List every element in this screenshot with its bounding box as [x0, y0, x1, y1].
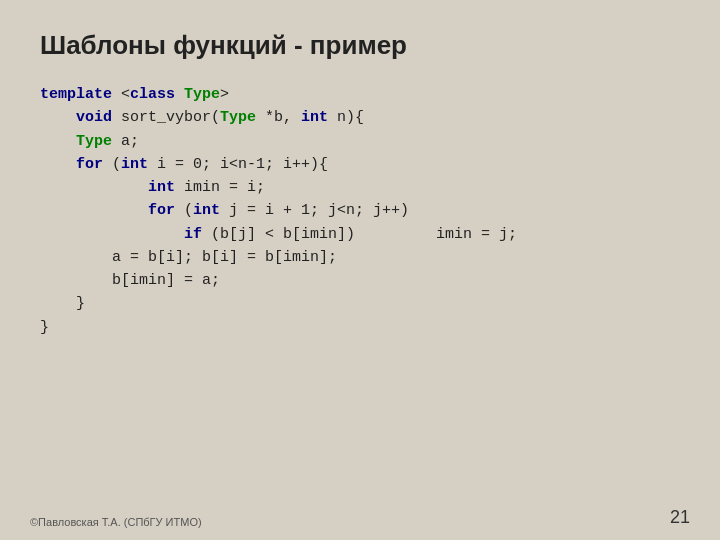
code-line-10: }: [40, 292, 680, 315]
code-line-9: b[imin] = a;: [40, 269, 680, 292]
page-title: Шаблоны функций - пример: [40, 30, 680, 61]
code-line-8: a = b[i]; b[i] = b[imin];: [40, 246, 680, 269]
code-line-11: }: [40, 316, 680, 339]
code-line-4: for (int i = 0; i<n-1; i++){: [40, 153, 680, 176]
code-line-6: for (int j = i + 1; j<n; j++): [40, 199, 680, 222]
code-line-1: template <class Type>: [40, 83, 680, 106]
code-line-5: int imin = i;: [40, 176, 680, 199]
page-number: 21: [670, 507, 690, 528]
footer-label: ©Павловская Т.А. (СПбГУ ИТМО): [30, 516, 202, 528]
code-line-3: Type a;: [40, 130, 680, 153]
slide: Шаблоны функций - пример template <class…: [0, 0, 720, 540]
code-block: template <class Type> void sort_vybor(Ty…: [40, 83, 680, 339]
code-line-7: if (b[j] < b[imin]) imin = j;: [40, 223, 680, 246]
code-line-2: void sort_vybor(Type *b, int n){: [40, 106, 680, 129]
